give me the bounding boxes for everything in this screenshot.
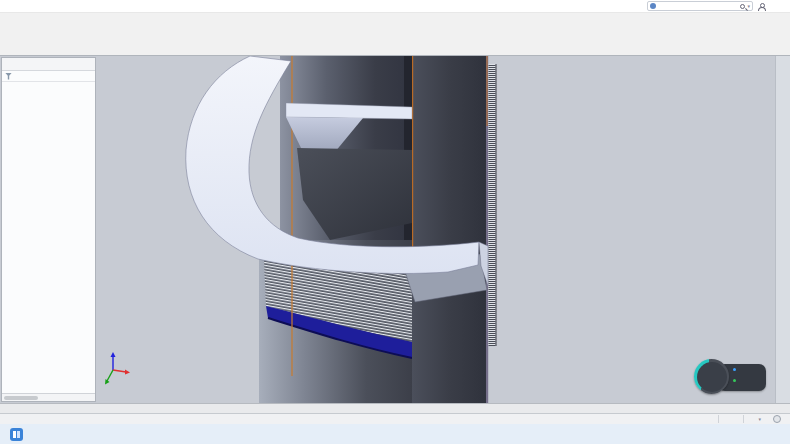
task-pane-strip <box>775 56 790 403</box>
feature-tree <box>2 82 95 393</box>
status-separator <box>743 415 744 423</box>
document-title <box>250 0 540 13</box>
widgets-icon[interactable] <box>10 428 23 441</box>
help-search-box[interactable]: ▾ <box>647 1 753 11</box>
login-icon[interactable] <box>758 2 765 10</box>
solidworks-window: { "colors":{"accent_orange":"#c97b2d","n… <box>0 0 790 444</box>
units-selector[interactable] <box>756 416 761 422</box>
panel-tab-strip <box>2 58 95 71</box>
thermocouple-3d-model <box>0 56 790 403</box>
status-separator <box>718 415 719 423</box>
feature-manager-panel <box>1 57 96 402</box>
origin-triad <box>105 352 130 385</box>
upload-dot-icon <box>733 368 736 371</box>
netspeed-zoom-widget[interactable] <box>694 359 768 396</box>
status-right <box>706 415 785 423</box>
search-scope-icon <box>650 3 656 9</box>
titlebar-right: ▾ <box>647 1 790 11</box>
graphics-viewport[interactable] <box>0 56 790 403</box>
status-help-icon[interactable] <box>773 415 781 423</box>
filter-icon <box>5 73 12 80</box>
command-manager-ribbon <box>0 13 790 47</box>
download-dot-icon <box>733 379 736 382</box>
search-icon[interactable] <box>740 4 745 9</box>
scrollbar-thumb[interactable] <box>4 396 38 401</box>
panel-horizontal-scrollbar[interactable] <box>2 393 95 401</box>
zoom-ring <box>694 359 729 394</box>
title-bar: ▾ <box>0 0 790 13</box>
tree-filter-row[interactable] <box>2 71 95 82</box>
command-manager-tabs <box>0 47 790 56</box>
document-tab-bar <box>0 403 790 413</box>
search-caret-icon[interactable]: ▾ <box>747 3 750 9</box>
windows-taskbar <box>0 424 790 444</box>
status-bar <box>0 413 790 424</box>
